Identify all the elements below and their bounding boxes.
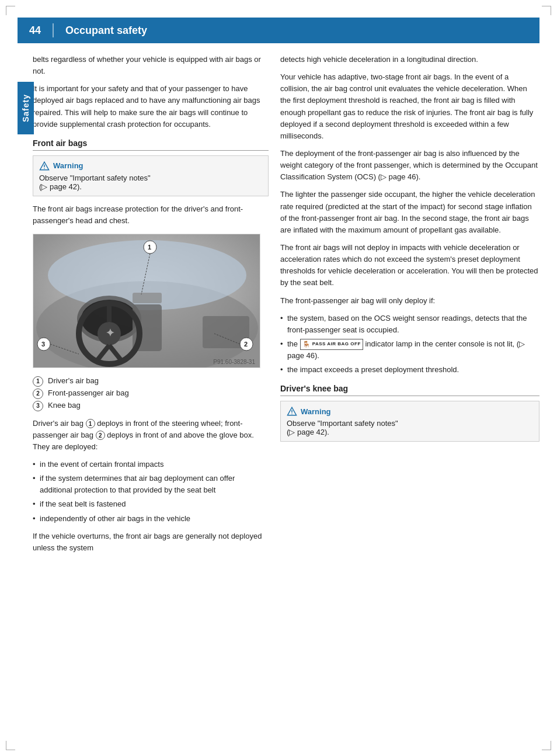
svg-text:3: 3 — [41, 341, 45, 348]
caption-item-3: 3 Knee bag — [33, 400, 269, 412]
warning-text-1: Observe "Important safety notes" (▷ page… — [39, 174, 262, 191]
caption-item-2: 2 Front-passenger air bag — [33, 387, 269, 400]
left-column: belts regardless of whether your vehicle… — [18, 43, 269, 560]
right-p5: The front air bags will not deploy in im… — [280, 242, 539, 289]
warning-box-1: Warning Observe "Important safety notes"… — [33, 155, 269, 196]
right-column: detects high vehicle deceleration in a l… — [280, 43, 539, 560]
pass-airbag-icon: 🪑 PASS AIR BAG OFF — [300, 339, 363, 350]
caption-label-3: Knee bag — [48, 400, 81, 412]
seat-icon: 🪑 — [302, 339, 311, 349]
warning-box-2: Warning Observe "Important safety notes"… — [280, 401, 539, 442]
warning-triangle-icon-2 — [287, 406, 297, 417]
svg-point-2 — [44, 168, 45, 169]
caption-label-1: Driver's air bag — [48, 375, 99, 387]
header-divider — [53, 23, 54, 37]
corner-mark-tl — [6, 6, 15, 15]
front-air-bags-heading: Front air bags — [33, 138, 269, 151]
bullet-additional-protection: if the system determines that air bag de… — [33, 473, 269, 496]
image-reference: P91.60-3828-31 — [213, 359, 255, 365]
right-p1: detects high vehicle deceleration in a l… — [280, 54, 539, 65]
warning-text-2: Observe "Important safety notes" (▷ page… — [287, 419, 533, 436]
warning-triangle-icon — [39, 161, 50, 171]
condition-lamp: the 🪑 PASS AIR BAG OFF indicator lamp in… — [280, 338, 539, 362]
corner-mark-tr — [542, 6, 551, 15]
svg-text:2: 2 — [244, 341, 248, 348]
corner-mark-bl — [6, 741, 15, 750]
page-number: 44 — [29, 25, 41, 37]
deploy-text: Driver's air bag 1 deploys in front of t… — [33, 418, 269, 453]
svg-text:1: 1 — [148, 244, 151, 251]
caption-num-2: 2 — [33, 389, 43, 399]
svg-text:✦: ✦ — [106, 327, 114, 339]
header-bar: 44 Occupant safety — [18, 18, 539, 43]
caption-num-1: 1 — [33, 376, 43, 387]
caption-num-3: 3 — [33, 401, 43, 411]
right-p6: The front-passenger air bag will only de… — [280, 295, 539, 307]
bullet-seat-belt: if the seat belt is fastened — [33, 498, 269, 510]
right-p4: The lighter the passenger side occupant,… — [280, 189, 539, 236]
bullet-independently: independently of other air bags in the v… — [33, 513, 269, 525]
main-content: belts regardless of whether your vehicle… — [18, 43, 539, 560]
svg-rect-16 — [133, 293, 162, 303]
intro-p1: belts regardless of whether your vehicle… — [33, 54, 269, 77]
car-dashboard-illustration: ✦ 1 2 — [33, 234, 260, 367]
deploy-conditions-list: the system, based on the OCS weight sens… — [280, 313, 539, 376]
pass-airbag-text: PASS AIR BAG OFF — [312, 341, 361, 348]
bullet-frontal-impacts: in the event of certain frontal impacts — [33, 459, 269, 470]
page-title: Occupant safety — [65, 25, 147, 37]
condition-threshold: the impact exceeds a preset deployment t… — [280, 364, 539, 376]
overturns-text: If the vehicle overturns, the front air … — [33, 530, 269, 554]
dashboard-svg: ✦ 1 2 — [33, 234, 260, 368]
right-p3: The deployment of the front-passenger ai… — [280, 148, 539, 183]
condition-ocs: the system, based on the OCS weight sens… — [280, 313, 539, 336]
caption-list: 1 Driver's air bag 2 Front-passenger air… — [33, 375, 269, 411]
corner-mark-br — [542, 741, 551, 750]
warning-title-1: Warning — [39, 161, 262, 171]
caption-label-2: Front-passenger air bag — [48, 387, 129, 400]
caption-item-1: 1 Driver's air bag — [33, 375, 269, 387]
right-p2: Your vehicle has adaptive, two-stage fro… — [280, 71, 539, 142]
safety-sidebar-tab: Safety — [18, 82, 34, 134]
front-desc: The front air bags increase protection f… — [33, 203, 269, 227]
intro-p2: It is important for your safety and that… — [33, 83, 269, 130]
car-image: ✦ 1 2 — [33, 234, 260, 368]
svg-point-28 — [291, 414, 293, 415]
deploy-bullet-list: in the event of certain frontal impacts … — [33, 459, 269, 525]
drivers-knee-bag-heading: Driver's knee bag — [280, 384, 539, 396]
warning-title-2: Warning — [287, 406, 533, 417]
